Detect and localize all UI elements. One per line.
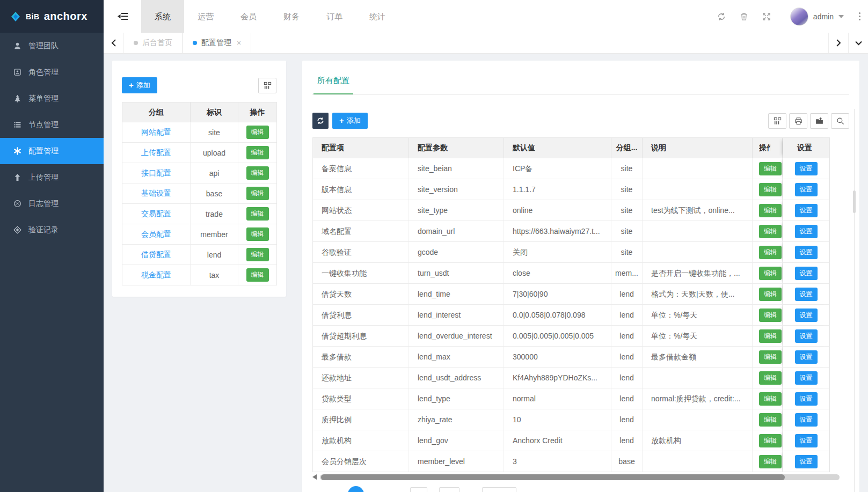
edit-group-button[interactable]: 编辑 — [246, 146, 269, 159]
close-icon[interactable] — [237, 39, 241, 47]
group-link[interactable]: 基础设置 — [122, 183, 191, 203]
sidebar-item-upload[interactable]: 上传管理 — [0, 164, 104, 190]
set-button[interactable]: 设置 — [795, 350, 818, 364]
set-button[interactable]: 设置 — [795, 267, 818, 280]
edit-group-button[interactable]: 编辑 — [246, 207, 269, 221]
more-dots-icon[interactable] — [859, 12, 860, 20]
edit-button[interactable]: 编辑 — [759, 162, 782, 175]
add-config-button[interactable]: 添加 — [332, 113, 368, 129]
group-panel: 添加 分组 标识 操作 网站配置 site — [112, 61, 286, 297]
table-row: 借贷天数 lend_time 7|30|60|90 lend 格式为：天数|天数… — [313, 283, 829, 304]
edit-button[interactable]: 编辑 — [759, 204, 782, 217]
edit-group-button[interactable]: 编辑 — [246, 227, 269, 241]
scrollbar-thumb[interactable] — [321, 474, 785, 480]
set-button[interactable]: 设置 — [795, 392, 818, 406]
trash-icon[interactable] — [740, 12, 748, 21]
tabs-menu-icon[interactable] — [848, 33, 868, 53]
vertical-scrollbar-thumb[interactable] — [853, 190, 856, 213]
page-size-select[interactable] — [482, 487, 516, 492]
set-button[interactable]: 设置 — [795, 329, 818, 343]
edit-button[interactable]: 编辑 — [759, 309, 782, 322]
edit-group-button[interactable]: 编辑 — [246, 248, 269, 261]
edit-button[interactable]: 编辑 — [759, 225, 782, 238]
edit-group-button[interactable]: 编辑 — [246, 126, 269, 139]
set-button[interactable]: 设置 — [795, 246, 818, 259]
columns-toggle-button[interactable] — [258, 78, 276, 93]
edit-button[interactable]: 编辑 — [759, 350, 782, 364]
user-menu[interactable]: admin — [790, 8, 844, 26]
edit-button[interactable]: 编辑 — [759, 434, 782, 447]
edit-button[interactable]: 编辑 — [759, 413, 782, 427]
cell-group: lend — [611, 409, 643, 430]
edit-button[interactable]: 编辑 — [759, 246, 782, 259]
avatar[interactable] — [790, 8, 808, 26]
edit-group-button[interactable]: 编辑 — [246, 268, 269, 282]
cell-default-value: ICP备 — [504, 158, 611, 179]
tab-config[interactable]: 配置管理 — [183, 33, 251, 53]
set-button[interactable]: 设置 — [795, 371, 818, 385]
group-link[interactable]: 上传配置 — [122, 143, 191, 163]
tabs-scroll-left-icon[interactable] — [104, 33, 123, 53]
page-next-button[interactable] — [410, 487, 427, 492]
cell-config-item: 质押比例 — [313, 409, 409, 430]
search-button[interactable] — [831, 113, 849, 129]
group-link[interactable]: 接口配置 — [122, 163, 191, 183]
tab-all-configs[interactable]: 所有配置 — [313, 76, 353, 94]
columns-toggle-button[interactable] — [768, 113, 786, 129]
export-button[interactable] — [810, 113, 828, 129]
edit-button[interactable]: 编辑 — [759, 288, 782, 301]
edit-button[interactable]: 编辑 — [759, 455, 782, 468]
group-link[interactable]: 税金配置 — [122, 265, 191, 285]
set-button[interactable]: 设置 — [795, 434, 818, 447]
page-current[interactable]: 1 — [348, 486, 364, 492]
username: admin — [813, 12, 834, 21]
sidebar-item-verify[interactable]: 验证记录 — [0, 217, 104, 243]
tabs-scroll-right-icon[interactable] — [828, 33, 848, 53]
set-button[interactable]: 设置 — [795, 413, 818, 427]
print-button[interactable] — [789, 113, 807, 129]
refresh-table-button[interactable] — [312, 113, 329, 129]
edit-group-button[interactable]: 编辑 — [246, 187, 269, 200]
nav-item-finance[interactable]: 财务 — [270, 0, 313, 33]
refresh-icon[interactable] — [717, 12, 726, 21]
set-button[interactable]: 设置 — [795, 309, 818, 322]
set-button[interactable]: 设置 — [795, 455, 818, 468]
edit-button[interactable]: 编辑 — [759, 371, 782, 385]
sidebar-item-admin-team[interactable]: 管理团队 — [0, 33, 104, 59]
horizontal-scrollbar[interactable] — [312, 474, 840, 481]
sidebar-collapse-icon[interactable] — [104, 0, 141, 33]
nav-item-member[interactable]: 会员 — [227, 0, 270, 33]
add-group-button[interactable]: 添加 — [122, 77, 157, 93]
fullscreen-icon[interactable] — [762, 12, 771, 21]
sidebar-item-node[interactable]: 节点管理 — [0, 112, 104, 138]
config-table-body: 备案信息 site_beian ICP备 site 编辑 设置 版本信息 sit… — [313, 158, 829, 472]
nav-item-operation[interactable]: 运营 — [184, 0, 227, 33]
set-button[interactable]: 设置 — [795, 204, 818, 217]
edit-button[interactable]: 编辑 — [759, 329, 782, 343]
sidebar-item-config[interactable]: 配置管理 — [0, 138, 104, 164]
toolbar-right — [768, 113, 849, 129]
page-jump-input[interactable] — [439, 487, 459, 492]
group-link[interactable]: 借贷配置 — [122, 245, 191, 265]
sidebar-item-role[interactable]: 角色管理 — [0, 59, 104, 85]
set-button[interactable]: 设置 — [795, 225, 818, 238]
nav-item-stats[interactable]: 统计 — [356, 0, 399, 33]
group-link[interactable]: 交易配置 — [122, 204, 191, 224]
group-link[interactable]: 网站配置 — [122, 122, 191, 142]
edit-button[interactable]: 编辑 — [759, 392, 782, 406]
group-key: lend — [191, 245, 238, 265]
group-row: 交易配置 trade 编辑 — [122, 203, 276, 224]
edit-group-button[interactable]: 编辑 — [246, 166, 269, 180]
sidebar-item-log[interactable]: 日志管理 — [0, 190, 104, 217]
tab-home[interactable]: 后台首页 — [123, 33, 183, 53]
scroll-left-icon[interactable] — [312, 474, 317, 480]
nav-item-order[interactable]: 订单 — [313, 0, 356, 33]
set-button[interactable]: 设置 — [795, 183, 818, 196]
set-button[interactable]: 设置 — [795, 162, 818, 175]
sidebar-item-menu[interactable]: 菜单管理 — [0, 85, 104, 112]
nav-item-system[interactable]: 系统 — [141, 0, 184, 33]
set-button[interactable]: 设置 — [795, 288, 818, 301]
edit-button[interactable]: 编辑 — [759, 183, 782, 196]
group-link[interactable]: 会员配置 — [122, 224, 191, 244]
edit-button[interactable]: 编辑 — [759, 267, 782, 280]
